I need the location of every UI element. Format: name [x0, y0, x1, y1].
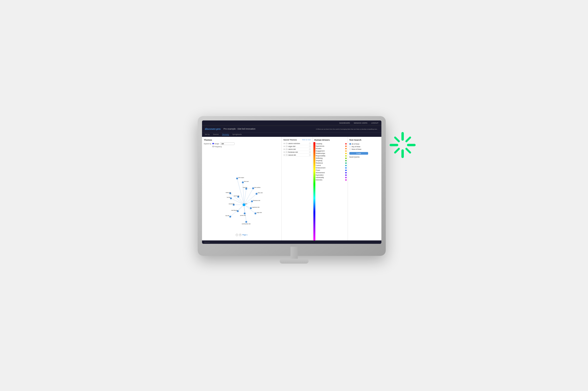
none-of-these-option[interactable]: None of these [349, 148, 368, 151]
driver-item[interactable]: Wellbeing [316, 157, 347, 160]
driver-dot [345, 174, 347, 176]
node-carbohydrate-diet[interactable] [245, 221, 247, 223]
node-diet-meal[interactable] [242, 181, 244, 183]
driver-item[interactable]: Power [316, 169, 347, 172]
monitor: DASHBOARD MANAGE USERS LOGOUT discover.p… [198, 116, 386, 256]
driver-item[interactable]: Engagement [316, 150, 347, 152]
node-flexitarian-diet[interactable] [251, 200, 253, 202]
node-vegetarian-diet[interactable] [250, 207, 252, 209]
driver-item[interactable]: Experiences [316, 145, 347, 147]
driver-item[interactable]: Responsibility [316, 155, 347, 157]
nav-logout[interactable]: LOGOUT [371, 122, 378, 124]
driver-item[interactable]: Relationships [316, 152, 347, 155]
driver-name: Control [316, 165, 321, 166]
drag-handle[interactable] [283, 152, 285, 153]
any-radio[interactable] [349, 146, 351, 147]
theme-select-radio[interactable] [309, 148, 311, 150]
svg-line-1 [243, 182, 244, 204]
driver-dot [345, 177, 347, 178]
driver-item[interactable]: Individuality [316, 176, 347, 179]
svg-text:fad diet: fad diet [226, 215, 229, 216]
mark-as-read-btn[interactable]: Mark as read [302, 139, 311, 140]
node-vegan-diet[interactable] [254, 212, 256, 214]
saved-theme-item: flexitarian diet [283, 151, 311, 154]
svg-line-16 [246, 188, 253, 189]
driver-item[interactable]: Resilience [316, 162, 347, 164]
drag-handle[interactable] [283, 146, 285, 147]
svg-line-13 [244, 204, 255, 213]
svg-rect-40 [394, 136, 400, 143]
driver-name: Exploration [316, 174, 324, 176]
zoom-out-btn[interactable]: − [236, 234, 238, 236]
frequency-row: Explore by Frequency [204, 146, 279, 147]
create-button[interactable]: Create [349, 152, 368, 155]
driver-item[interactable]: Control [316, 164, 347, 167]
driver-item[interactable]: Simplicity [316, 160, 347, 162]
node-fad-diet[interactable] [229, 216, 231, 217]
svg-rect-38 [394, 147, 400, 154]
all-of-these-option[interactable]: All of these [349, 143, 368, 145]
theme-select-radio[interactable] [309, 154, 311, 156]
subnav-springboards[interactable]: Springboards [233, 133, 242, 135]
svg-rect-41 [401, 132, 404, 141]
footer-text: Discover [204, 241, 210, 243]
nav-manage-users[interactable]: MANAGE USERS [354, 122, 367, 124]
driver-name: Simplicity [316, 160, 322, 161]
node-detox-diet[interactable] [255, 193, 257, 195]
frequency-radio[interactable] [212, 146, 214, 147]
brand-logo: discover.pro [205, 127, 221, 130]
subnav-setup[interactable]: Set Up [205, 133, 210, 135]
theme-name: vegan diet [288, 146, 308, 147]
theme-select-radio[interactable] [309, 146, 311, 147]
nudge-option[interactable]: Nudge [212, 143, 219, 145]
all-radio[interactable] [349, 143, 351, 145]
eye-icon[interactable] [286, 152, 288, 153]
none-radio[interactable] [349, 148, 351, 150]
saved-theme-item: calorie restriction [283, 142, 311, 145]
driver-name: Power [316, 169, 320, 171]
any-of-these-option[interactable]: Any of these [349, 145, 368, 148]
eye-icon[interactable] [286, 143, 288, 144]
subnav-discovery[interactable]: Discovery [222, 133, 229, 136]
burst-svg [388, 131, 417, 160]
nudge-label: Nudge [214, 143, 219, 145]
nav-dashboard[interactable]: DASHBOARD [339, 122, 350, 124]
node-food-diet[interactable] [245, 188, 247, 190]
theme-search-input[interactable] [220, 142, 235, 145]
frequency-option[interactable]: Frequency [212, 146, 222, 147]
color-gradient-bar [313, 142, 315, 240]
nudge-radio[interactable] [212, 143, 214, 144]
drag-handle[interactable] [283, 143, 285, 144]
driver-item[interactable]: Creativity [316, 143, 347, 145]
driver-name: Engagement [316, 150, 325, 152]
driver-dot [345, 165, 347, 166]
theme-select-radio[interactable] [309, 143, 311, 144]
driver-item[interactable]: Emotion [316, 147, 347, 150]
stand-neck [290, 247, 298, 259]
driver-item[interactable]: Extremes [316, 179, 347, 181]
driver-item[interactable]: Achievement [316, 172, 347, 174]
scene: DASHBOARD MANAGE USERS LOGOUT discover.p… [186, 111, 403, 280]
drag-handle[interactable] [283, 155, 285, 155]
node-fat-diet[interactable] [230, 197, 232, 199]
graph-svg: diet diet recipes diet meal food diet di… [204, 148, 279, 238]
drag-handle[interactable] [283, 149, 285, 150]
node-protein-diet[interactable] [244, 212, 246, 214]
subnav-sources[interactable]: Sources [213, 133, 219, 135]
eye-icon[interactable] [286, 146, 288, 147]
node-diet-nutrition[interactable] [252, 187, 254, 189]
node-diet-recipes[interactable] [236, 178, 238, 180]
svg-text:vegetarian diet: vegetarian diet [252, 207, 260, 208]
driver-name: Enhancement [316, 167, 326, 169]
driver-item[interactable]: Enhancement [316, 167, 347, 169]
driver-name: Wellbeing [316, 157, 323, 159]
saved-queries-label: Saved Queries [349, 156, 368, 158]
svg-text:detox diet: detox diet [257, 192, 262, 194]
driver-item[interactable]: Exploration [316, 174, 347, 176]
eye-icon[interactable] [286, 154, 288, 156]
theme-select-radio[interactable] [309, 151, 311, 153]
eye-icon[interactable] [286, 149, 288, 150]
zoom-in-btn[interactable]: + [239, 234, 241, 236]
svg-text:natural diet: natural diet [229, 203, 234, 204]
driver-name: Experiences [316, 145, 325, 147]
